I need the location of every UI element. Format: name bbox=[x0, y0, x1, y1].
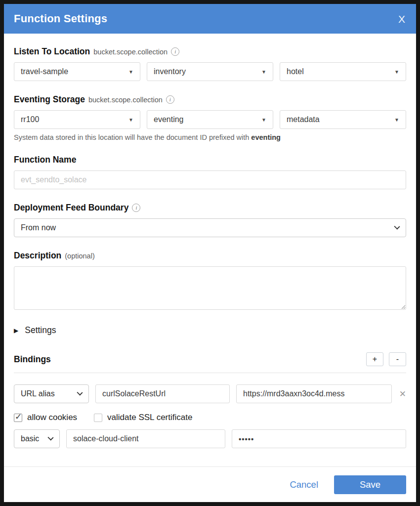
dialog-header: Function Settings X bbox=[4, 4, 416, 34]
binding-alias-input[interactable] bbox=[95, 384, 230, 403]
auth-type-value: basic bbox=[21, 434, 39, 443]
feed-boundary-value: From now bbox=[21, 223, 56, 232]
allow-cookies-label: allow cookies bbox=[27, 413, 77, 422]
binding-auth-row: basic bbox=[14, 429, 406, 448]
chevron-down-icon bbox=[77, 389, 83, 395]
listen-bucket-dropdown[interactable]: travel-sample ▼ bbox=[14, 62, 140, 81]
storage-helper-text: System data stored in this location will… bbox=[14, 133, 406, 141]
remove-binding-row-icon[interactable]: ✕ bbox=[398, 389, 406, 399]
binding-row: URL alias ✕ bbox=[14, 384, 406, 403]
bindings-divider bbox=[14, 373, 406, 373]
listen-scope-dropdown[interactable]: inventory ▼ bbox=[147, 62, 273, 81]
binding-url-input[interactable] bbox=[236, 384, 392, 403]
dropdown-triangle-icon: ▼ bbox=[261, 117, 266, 123]
function-settings-dialog: Function Settings X Listen To Location b… bbox=[4, 4, 416, 502]
add-binding-button[interactable]: + bbox=[366, 352, 383, 366]
description-section: Description (optional) bbox=[14, 251, 406, 312]
dropdown-triangle-icon: ▼ bbox=[394, 69, 399, 75]
chevron-down-icon bbox=[394, 223, 400, 229]
eventing-storage-label: Eventing Storage bbox=[14, 94, 85, 105]
listen-location-sublabel: bucket.scope.collection bbox=[93, 48, 168, 56]
auth-type-select[interactable]: basic bbox=[14, 429, 60, 448]
remove-binding-button[interactable]: - bbox=[389, 352, 406, 366]
auth-username-input[interactable] bbox=[66, 429, 225, 448]
settings-disclosure[interactable]: ▶ Settings bbox=[14, 325, 406, 336]
bindings-section: Bindings + - URL alias ✕ allow cookies bbox=[14, 352, 406, 448]
cancel-button[interactable]: Cancel bbox=[290, 479, 318, 490]
eventing-storage-sublabel: bucket.scope.collection bbox=[88, 96, 163, 104]
dropdown-triangle-icon: ▼ bbox=[261, 69, 266, 75]
validate-ssl-label: validate SSL certificate bbox=[107, 413, 192, 422]
listen-collection-dropdown[interactable]: hotel ▼ bbox=[280, 62, 406, 81]
dialog-title: Function Settings bbox=[14, 12, 107, 25]
function-name-label: Function Name bbox=[14, 155, 76, 165]
disclosure-triangle-icon: ▶ bbox=[14, 327, 18, 334]
function-name-section: Function Name bbox=[14, 155, 406, 189]
storage-bucket-value: rr100 bbox=[21, 115, 39, 124]
dropdown-triangle-icon: ▼ bbox=[128, 117, 133, 123]
chevron-down-icon bbox=[47, 434, 53, 440]
storage-collection-dropdown[interactable]: metadata ▼ bbox=[280, 110, 406, 129]
validate-ssl-checkbox[interactable] bbox=[94, 414, 102, 422]
listen-bucket-value: travel-sample bbox=[21, 67, 68, 76]
storage-scope-value: eventing bbox=[154, 115, 184, 124]
auth-password-input[interactable] bbox=[232, 429, 406, 448]
dialog-content: Listen To Location bucket.scope.collecti… bbox=[4, 34, 416, 448]
storage-scope-dropdown[interactable]: eventing ▼ bbox=[147, 110, 273, 129]
info-icon[interactable]: i bbox=[132, 204, 140, 212]
settings-disclosure-label: Settings bbox=[25, 325, 56, 336]
info-icon[interactable]: i bbox=[166, 95, 174, 104]
save-button[interactable]: Save bbox=[334, 475, 406, 494]
storage-collection-value: metadata bbox=[287, 115, 320, 124]
bindings-label: Bindings bbox=[14, 354, 51, 365]
feed-boundary-select[interactable]: From now bbox=[14, 218, 406, 237]
description-label: Description bbox=[14, 251, 61, 261]
description-textarea[interactable] bbox=[14, 266, 406, 310]
close-icon[interactable]: X bbox=[398, 14, 405, 24]
description-sublabel: (optional) bbox=[65, 252, 94, 260]
storage-helper-bold: eventing bbox=[251, 133, 281, 141]
info-icon[interactable]: i bbox=[171, 47, 179, 56]
listen-collection-value: hotel bbox=[287, 67, 304, 76]
eventing-storage-section: Eventing Storage bucket.scope.collection… bbox=[14, 94, 406, 141]
function-name-input[interactable] bbox=[14, 170, 406, 189]
listen-scope-value: inventory bbox=[154, 67, 186, 76]
feed-boundary-section: Deployment Feed Boundary i From now bbox=[14, 203, 406, 237]
dropdown-triangle-icon: ▼ bbox=[394, 117, 399, 123]
binding-options-row: allow cookies validate SSL certificate bbox=[14, 413, 406, 422]
listen-location-section: Listen To Location bucket.scope.collecti… bbox=[14, 46, 406, 81]
listen-location-label: Listen To Location bbox=[14, 46, 90, 57]
feed-boundary-label: Deployment Feed Boundary bbox=[14, 203, 128, 213]
dialog-footer: Cancel Save bbox=[4, 466, 416, 502]
binding-type-select[interactable]: URL alias bbox=[14, 384, 89, 403]
storage-bucket-dropdown[interactable]: rr100 ▼ bbox=[14, 110, 140, 129]
binding-type-value: URL alias bbox=[21, 389, 55, 398]
dropdown-triangle-icon: ▼ bbox=[128, 69, 133, 75]
allow-cookies-checkbox[interactable] bbox=[14, 414, 22, 422]
